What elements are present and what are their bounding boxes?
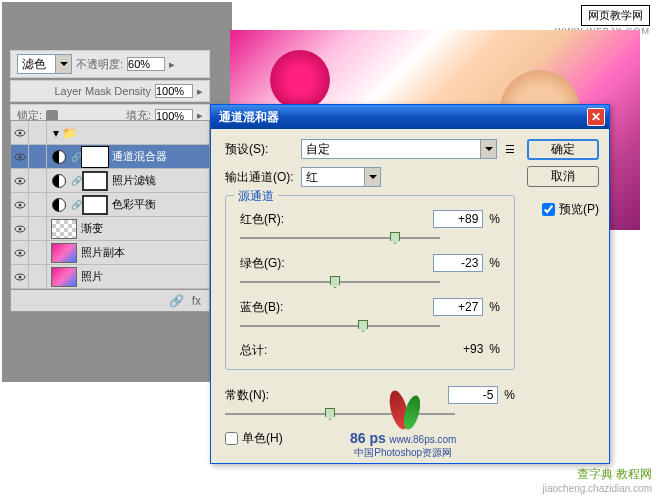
- percent-label: %: [489, 212, 500, 226]
- layer-thumb[interactable]: [51, 243, 77, 263]
- chevron-down-icon: [364, 168, 380, 186]
- monochrome-row: 单色(H): [225, 430, 599, 447]
- layer-name: 色彩平衡: [112, 197, 156, 212]
- layer-thumb[interactable]: [51, 267, 77, 287]
- blend-mode-select[interactable]: 滤色: [17, 54, 72, 74]
- constant-slider-row: 常数(N): %: [225, 386, 515, 422]
- red-slider-row: 红色(R): %: [240, 210, 500, 246]
- adjustment-icon: [49, 147, 69, 167]
- adjustment-icon: [49, 171, 69, 191]
- monochrome-label: 单色(H): [242, 430, 283, 447]
- dialog-titlebar[interactable]: 通道混和器 ✕: [211, 105, 609, 129]
- preset-menu-icon[interactable]: ☰: [505, 143, 515, 156]
- preset-select[interactable]: 自定: [301, 139, 497, 159]
- watermark-bottom-right: 查字典 教程网 jiaocheng.chazidian.com: [542, 466, 652, 494]
- percent-label: %: [504, 388, 515, 402]
- green-slider-row: 绿色(G): %: [240, 254, 500, 290]
- preset-value: 自定: [306, 141, 330, 158]
- fx-icon[interactable]: fx: [192, 294, 201, 308]
- link-column: [29, 241, 47, 265]
- ok-button[interactable]: 确定: [527, 139, 599, 160]
- chevron-down-icon: [480, 140, 496, 158]
- layer-row-photo-copy[interactable]: 照片副本: [11, 241, 209, 265]
- link-column: [29, 145, 47, 169]
- layers-panel-options: 滤色 不透明度: ▸ Layer Mask Density ▸ 锁定: 填充: …: [10, 50, 210, 127]
- adjustment-icon: [49, 195, 69, 215]
- channel-mixer-dialog: 通道混和器 ✕ 确定 取消 预览(P) 预设(S): 自定 ☰ 输出通道(O):…: [210, 104, 610, 464]
- blue-label: 蓝色(B):: [240, 299, 433, 316]
- layer-mask-thumb[interactable]: [82, 171, 108, 191]
- layer-row-channel-mixer[interactable]: 🔗 通道混合器: [11, 145, 209, 169]
- visibility-toggle[interactable]: [11, 145, 29, 169]
- layer-row-color-balance[interactable]: 🔗 色彩平衡: [11, 193, 209, 217]
- layers-footer: 🔗 fx: [11, 289, 209, 311]
- layer-row-photo[interactable]: 照片: [11, 265, 209, 289]
- source-legend: 源通道: [234, 188, 278, 205]
- mask-density-label: Layer Mask Density: [54, 85, 151, 97]
- total-row: 总计: +93 %: [240, 342, 500, 359]
- ok-label: 确定: [551, 141, 575, 158]
- visibility-toggle[interactable]: [11, 193, 29, 217]
- blend-mode-value: 滤色: [22, 56, 46, 73]
- watermark-br-title: 查字典 教程网: [542, 466, 652, 483]
- link-icon: 🔗: [71, 200, 82, 210]
- constant-label: 常数(N):: [225, 387, 448, 404]
- visibility-toggle[interactable]: [11, 169, 29, 193]
- blue-slider-row: 蓝色(B): %: [240, 298, 500, 334]
- layer-name: 照片滤镜: [112, 173, 156, 188]
- layers-list: ▾ 📁 🔗 通道混合器 🔗 照片滤镜 🔗 色彩平衡 渐变 照片副本: [10, 120, 210, 312]
- chevron-right-icon[interactable]: ▸: [169, 58, 175, 71]
- preview-checkbox-row: 预览(P): [542, 201, 599, 218]
- blue-slider[interactable]: [240, 318, 500, 334]
- svg-point-9: [18, 227, 21, 230]
- layer-name: 渐变: [81, 221, 103, 236]
- preset-label: 预设(S):: [225, 141, 297, 158]
- green-input[interactable]: [433, 254, 483, 272]
- red-slider[interactable]: [240, 230, 500, 246]
- constant-input[interactable]: [448, 386, 498, 404]
- opacity-input[interactable]: [127, 57, 165, 71]
- layer-row-photo-filter[interactable]: 🔗 照片滤镜: [11, 169, 209, 193]
- link-icon[interactable]: 🔗: [169, 294, 184, 308]
- watermark-site-name: 网页教学网: [581, 5, 650, 26]
- green-slider[interactable]: [240, 274, 500, 290]
- percent-label: %: [489, 300, 500, 314]
- close-button[interactable]: ✕: [587, 108, 605, 126]
- layer-thumb[interactable]: [51, 219, 77, 239]
- output-channel-label: 输出通道(O):: [225, 169, 297, 186]
- blue-input[interactable]: [433, 298, 483, 316]
- visibility-toggle[interactable]: [11, 217, 29, 241]
- link-column: [29, 217, 47, 241]
- red-input[interactable]: [433, 210, 483, 228]
- chevron-down-icon: [55, 55, 71, 73]
- opacity-label: 不透明度:: [76, 57, 123, 72]
- link-column: [29, 265, 47, 289]
- watermark-br-url: jiaocheng.chazidian.com: [542, 483, 652, 494]
- output-channel-select[interactable]: 红: [301, 167, 381, 187]
- layer-mask-thumb[interactable]: [82, 147, 108, 167]
- folder-icon: ▾ 📁: [53, 126, 77, 140]
- preview-checkbox[interactable]: [542, 203, 555, 216]
- total-label: 总计:: [240, 342, 463, 359]
- cancel-label: 取消: [551, 168, 575, 185]
- layer-mask-thumb[interactable]: [82, 195, 108, 215]
- layer-name: 通道混合器: [112, 149, 167, 164]
- svg-point-1: [18, 131, 21, 134]
- dialog-buttons: 确定 取消 预览(P): [527, 139, 599, 218]
- green-label: 绿色(G):: [240, 255, 433, 272]
- visibility-toggle[interactable]: [11, 241, 29, 265]
- layer-row-group[interactable]: ▾ 📁: [11, 121, 209, 145]
- total-value: +93: [463, 342, 483, 359]
- percent-label: %: [489, 342, 500, 359]
- monochrome-checkbox[interactable]: [225, 432, 238, 445]
- mask-density-input[interactable]: [155, 84, 193, 98]
- chevron-right-icon[interactable]: ▸: [197, 85, 203, 98]
- percent-label: %: [489, 256, 500, 270]
- visibility-toggle[interactable]: [11, 265, 29, 289]
- constant-slider[interactable]: [225, 406, 515, 422]
- layer-row-gradient[interactable]: 渐变: [11, 217, 209, 241]
- visibility-toggle[interactable]: [11, 121, 29, 145]
- red-label: 红色(R):: [240, 211, 433, 228]
- svg-point-5: [18, 179, 21, 182]
- cancel-button[interactable]: 取消: [527, 166, 599, 187]
